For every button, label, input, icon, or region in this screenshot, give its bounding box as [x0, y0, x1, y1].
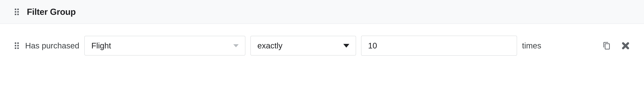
drag-handle-icon[interactable]: [14, 9, 20, 15]
product-select[interactable]: Flight: [84, 36, 245, 55]
filter-prefix-label: Has purchased: [25, 41, 79, 50]
remove-button[interactable]: [620, 41, 630, 51]
drag-handle-icon[interactable]: [14, 42, 20, 49]
product-select-wrapper: Flight: [84, 36, 245, 55]
operator-select-wrapper: exactly: [250, 36, 356, 55]
filter-condition-row: Has purchased Flight exactly times: [0, 24, 644, 62]
close-icon: [622, 42, 629, 49]
duplicate-button[interactable]: [602, 40, 612, 51]
filter-group-title: Filter Group: [27, 7, 76, 17]
row-actions: [602, 40, 630, 51]
filter-group-header: Filter Group: [0, 0, 644, 24]
copy-icon: [603, 42, 611, 50]
filter-suffix-label: times: [522, 41, 541, 50]
count-input[interactable]: [361, 36, 517, 56]
operator-select[interactable]: exactly: [250, 36, 356, 55]
